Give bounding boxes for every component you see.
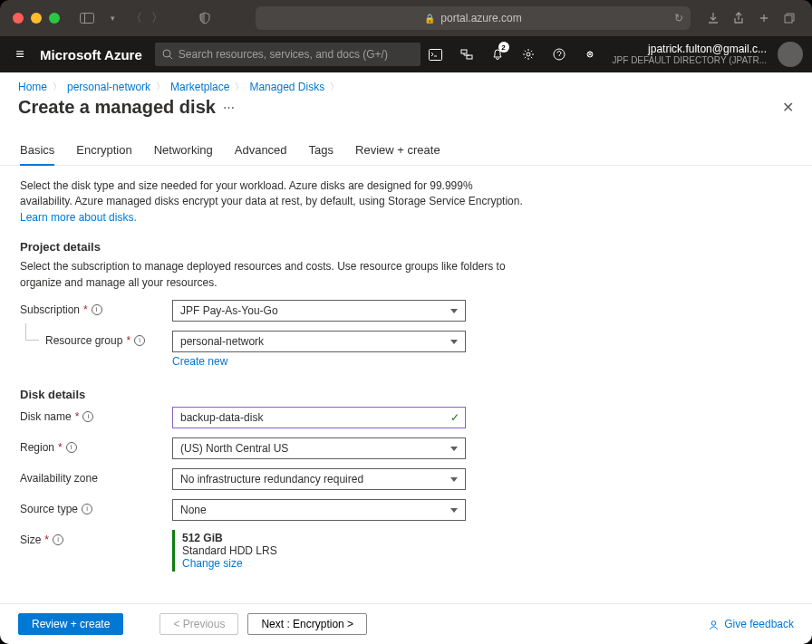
feedback-icon [708, 619, 720, 630]
minimize-window[interactable] [31, 13, 42, 24]
next-button[interactable]: Next : Encryption > [247, 613, 367, 635]
give-feedback-link[interactable]: Give feedback [708, 618, 794, 630]
svg-point-9 [554, 49, 565, 60]
refresh-icon[interactable]: ↻ [674, 12, 683, 24]
resource-group-select[interactable]: personal-network [172, 331, 466, 352]
tab-advanced[interactable]: Advanced [235, 143, 287, 165]
create-new-rg-link[interactable]: Create new [172, 355, 227, 368]
previous-button: < Previous [160, 613, 238, 635]
menu-icon[interactable]: ≡ [0, 46, 40, 62]
azure-topbar: ≡ Microsoft Azure Search resources, serv… [0, 36, 812, 72]
breadcrumb-marketplace[interactable]: Marketplace [170, 81, 229, 93]
shield-icon[interactable] [198, 11, 212, 25]
more-icon[interactable]: ⋯ [223, 101, 235, 114]
project-details-heading: Project details [20, 240, 792, 254]
account-info[interactable]: jpatrick.fulton@gmail.c... JPF DEFAULT D… [605, 43, 774, 66]
subscription-label: Subscription* i [20, 300, 172, 316]
disk-name-input[interactable]: backup-data-disk [172, 407, 466, 428]
size-summary: 512 GiB Standard HDD LRS Change size [172, 530, 466, 572]
chevron-down-icon[interactable]: ▾ [105, 11, 120, 25]
breadcrumb-rg[interactable]: personal-network [67, 81, 150, 93]
tab-tags[interactable]: Tags [309, 143, 334, 165]
url-text: portal.azure.com [440, 12, 521, 24]
tabs: Basics Encryption Networking Advanced Ta… [0, 123, 812, 166]
tab-encryption[interactable]: Encryption [76, 143, 131, 165]
svg-line-4 [169, 56, 172, 59]
close-window[interactable] [13, 13, 24, 24]
address-bar[interactable]: 🔒 portal.azure.com ↻ [256, 6, 691, 30]
account-email: jpatrick.fulton@gmail.c... [613, 43, 767, 55]
brand[interactable]: Microsoft Azure [40, 47, 142, 62]
svg-point-3 [163, 50, 170, 57]
size-label: Size* i [20, 530, 172, 546]
lock-icon: 🔒 [424, 14, 435, 24]
sidebar-toggle-icon[interactable] [80, 11, 94, 25]
tabs-icon[interactable] [783, 12, 796, 24]
global-search[interactable]: Search resources, services, and docs (G+… [155, 43, 420, 66]
subscription-select[interactable]: JPF Pay-As-You-Go [172, 300, 466, 322]
directories-icon[interactable] [451, 36, 482, 72]
source-type-label: Source type i [20, 499, 172, 515]
notif-badge: 2 [498, 42, 509, 53]
disk-details-heading: Disk details [20, 388, 792, 401]
back-button[interactable]: 〈 [130, 10, 142, 26]
forward-button[interactable]: 〉 [151, 10, 163, 26]
project-details-desc: Select the subscription to manage deploy… [20, 259, 527, 291]
account-directory: JPF DEFAULT DIRECTORY (JPATR... [613, 55, 767, 66]
new-tab-icon[interactable] [758, 12, 770, 24]
svg-rect-7 [467, 55, 472, 59]
tab-review[interactable]: Review + create [355, 143, 440, 165]
download-icon[interactable] [707, 12, 720, 24]
help-icon[interactable] [544, 36, 575, 72]
share-icon[interactable] [732, 12, 745, 24]
info-icon[interactable]: i [82, 504, 92, 514]
disk-name-label: Disk name* i [20, 407, 172, 423]
maximize-window[interactable] [49, 13, 60, 24]
availability-zone-select[interactable]: No infrastructure redundancy required [172, 468, 466, 490]
svg-point-12 [711, 620, 716, 625]
tab-basics[interactable]: Basics [20, 143, 54, 166]
traffic-lights [13, 13, 60, 24]
info-icon[interactable]: i [92, 304, 102, 315]
review-create-button[interactable]: Review + create [18, 613, 123, 635]
info-icon[interactable]: i [82, 411, 93, 422]
change-size-link[interactable]: Change size [182, 557, 243, 570]
feedback-icon[interactable] [575, 36, 605, 72]
svg-rect-5 [430, 49, 442, 60]
region-select[interactable]: (US) North Central US [172, 437, 466, 459]
info-icon[interactable]: i [134, 335, 145, 346]
avatar[interactable] [778, 42, 803, 67]
source-type-select[interactable]: None [172, 499, 466, 521]
breadcrumb-managed-disks[interactable]: Managed Disks [249, 81, 324, 93]
search-placeholder: Search resources, services, and docs (G+… [179, 48, 388, 61]
close-icon[interactable]: ✕ [782, 99, 794, 116]
footer-bar: Review + create < Previous Next : Encryp… [0, 603, 812, 644]
resource-group-label: Resource group* i [20, 331, 172, 347]
search-icon [162, 49, 173, 60]
learn-more-link[interactable]: Learn more about disks. [20, 211, 137, 224]
page-title: Create a managed disk [18, 97, 216, 118]
info-icon[interactable]: i [53, 534, 63, 545]
availability-zone-label: Availability zone [20, 468, 172, 485]
svg-point-11 [588, 52, 591, 54]
svg-rect-6 [461, 50, 467, 53]
svg-rect-0 [81, 14, 94, 24]
svg-point-8 [527, 53, 530, 56]
settings-icon[interactable] [513, 36, 544, 72]
intro-text: Select the disk type and size needed for… [20, 178, 527, 226]
info-icon[interactable]: i [66, 442, 77, 453]
svg-rect-2 [785, 15, 792, 23]
notifications-icon[interactable]: 2 [482, 36, 513, 72]
cloud-shell-icon[interactable] [420, 36, 451, 72]
breadcrumb: Home〉 personal-network〉 Marketplace〉 Man… [0, 72, 812, 97]
tab-networking[interactable]: Networking [154, 143, 213, 165]
browser-titlebar: ▾ 〈 〉 🔒 portal.azure.com ↻ [0, 0, 812, 36]
region-label: Region* i [20, 437, 172, 454]
breadcrumb-home[interactable]: Home [18, 81, 47, 93]
